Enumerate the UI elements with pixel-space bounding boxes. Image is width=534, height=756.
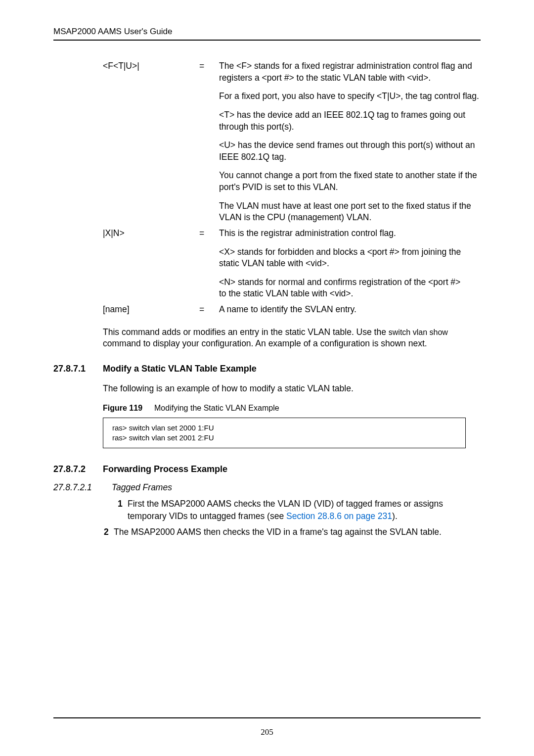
definition-paragraph: You cannot change a port from the fixed … (219, 170, 481, 193)
section-title: Forwarding Process Example (103, 464, 227, 474)
definition-paragraph: <T> has the device add an IEEE 802.1Q ta… (219, 109, 481, 133)
definition-term: |X|N> (103, 228, 199, 239)
definition-paragraph: <N> stands for normal and confirms regis… (219, 277, 481, 300)
definition-paragraph: This is the registrar administration con… (219, 228, 481, 239)
definition-paragraph: The <F> stands for a fixed registrar adm… (219, 60, 481, 84)
equals-sign: = (199, 304, 219, 316)
body-paragraph: This command adds or modifies an entry i… (103, 327, 481, 350)
list-text: The MSAP2000 AAMS then checks the VID in… (114, 526, 481, 538)
figure-title: Modifying the Static VLAN Example (154, 404, 279, 412)
inline-code: switch vlan show (389, 328, 448, 336)
figure-caption: Figure 119Modifying the Static VLAN Exam… (103, 404, 481, 413)
equals-sign: = (199, 228, 219, 239)
list-item: 1 First the MSAP2000 AAMS checks the VLA… (118, 498, 481, 522)
definition-description: This is the registrar administration con… (219, 228, 481, 302)
definition-paragraph: The VLAN must have at least one port set… (219, 200, 481, 224)
code-example-box: ras> switch vlan set 2000 1:FU ras> swit… (103, 418, 466, 449)
page-header-title: MSAP2000 AAMS User's Guide (53, 27, 481, 41)
list-text-run: The MSAP2000 AAMS then checks the VID in… (114, 527, 442, 537)
page-content: <F<T|U>| = The <F> stands for a fixed re… (53, 41, 481, 538)
section-number: 27.8.7.2 (53, 464, 103, 474)
section-heading: 27.8.7.1 Modify a Static VLAN Table Exam… (53, 364, 481, 374)
definition-description: A name to identify the SVLAN entry. (219, 304, 481, 318)
body-text: This command adds or modifies an entry i… (103, 327, 389, 337)
subsection-title: Tagged Frames (112, 482, 172, 493)
list-text: First the MSAP2000 AAMS checks the VLAN … (128, 498, 481, 522)
equals-sign: = (199, 60, 219, 72)
definition-paragraph: <X> stands for forbidden and blocks a <p… (219, 246, 481, 270)
list-number: 1 (118, 498, 128, 522)
page-container: MSAP2000 AAMS User's Guide <F<T|U>| = Th… (0, 0, 534, 756)
footer-rule (53, 717, 481, 718)
body-text: command to display your configuration. A… (103, 338, 427, 348)
definition-row: <F<T|U>| = The <F> stands for a fixed re… (103, 60, 481, 226)
definition-table: <F<T|U>| = The <F> stands for a fixed re… (103, 60, 481, 318)
definition-description: The <F> stands for a fixed registrar adm… (219, 60, 481, 226)
code-line: ras> switch vlan set 2001 2:FU (112, 433, 456, 443)
definition-term: <F<T|U>| (103, 60, 199, 72)
section-number: 27.8.7.1 (53, 364, 103, 374)
code-line: ras> switch vlan set 2000 1:FU (112, 423, 456, 433)
definition-paragraph: <U> has the device send frames out throu… (219, 140, 481, 163)
subsection-number: 27.8.7.2.1 (53, 482, 112, 493)
figure-label: Figure 119 (103, 404, 142, 412)
definition-paragraph: For a fixed port, you also have to speci… (219, 91, 481, 102)
definition-term: [name] (103, 304, 199, 316)
cross-reference-link[interactable]: Section 28.8.6 on page 231 (286, 511, 392, 521)
list-item: 2 The MSAP2000 AAMS then checks the VID … (104, 526, 481, 538)
definition-row: |X|N> = This is the registrar administra… (103, 228, 481, 302)
definition-paragraph: A name to identify the SVLAN entry. (219, 304, 481, 316)
list-text-run: ). (392, 511, 398, 521)
page-number: 205 (0, 727, 534, 737)
section-heading: 27.8.7.2 Forwarding Process Example (53, 464, 481, 474)
list-number: 2 (104, 526, 114, 538)
numbered-list: 1 First the MSAP2000 AAMS checks the VLA… (118, 498, 481, 538)
section-title: Modify a Static VLAN Table Example (103, 364, 257, 374)
definition-row: [name] = A name to identify the SVLAN en… (103, 304, 481, 318)
subsection-heading: 27.8.7.2.1 Tagged Frames (53, 482, 481, 493)
body-paragraph: The following is an example of how to mo… (103, 383, 481, 395)
